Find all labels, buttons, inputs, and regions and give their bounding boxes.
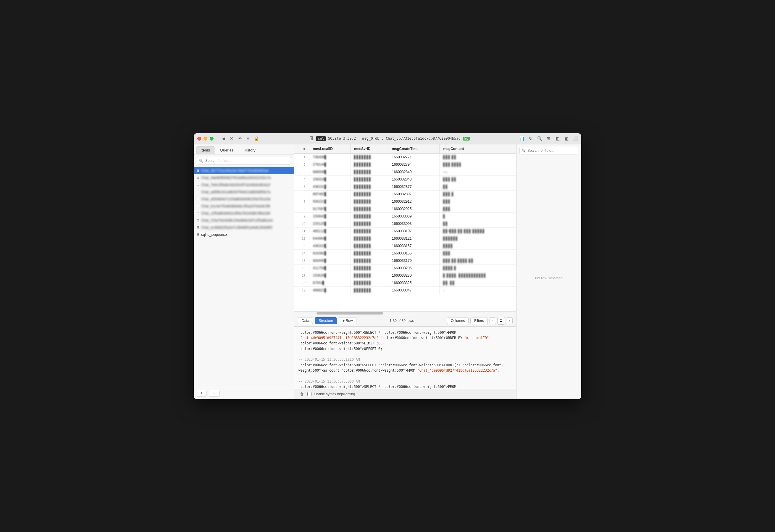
cell-mesSvrID: ▌▌▌▌▌▌▌ <box>350 249 389 257</box>
back-icon[interactable]: ◀ <box>221 136 226 141</box>
cell-num: 3 <box>294 168 309 175</box>
table-row[interactable]: 3 688008▌ ▌▌▌▌▌▌▌ 1660032840 —, <box>294 168 516 175</box>
table-row[interactable]: 6 897482▌ ▌▌▌▌▌▌▌ 1660032897 ▌▌▌ ▌ <box>294 190 516 198</box>
lock-icon[interactable]: 🔒 <box>254 136 259 141</box>
sql-editor[interactable]: "color:#0066cc;font-weight:500">SELECT *… <box>294 327 516 389</box>
add-row-button[interactable]: + Row <box>339 317 356 324</box>
cell-msgContent: : <box>440 287 516 294</box>
col-header-mesLocalID[interactable]: mesLocalID <box>309 144 350 153</box>
cell-num: 16 <box>294 264 309 272</box>
cell-mesSvrID: ▌▌▌▌▌▌▌ <box>350 153 389 161</box>
cell-num: 7 <box>294 198 309 205</box>
table-row[interactable]: 14 816382▌ ▌▌▌▌▌▌▌ 1660033166 ▌▌▌. <box>294 249 516 257</box>
structure-tab-button[interactable]: Structure <box>315 317 337 324</box>
tab-items[interactable]: Items <box>196 146 214 154</box>
tab-queries[interactable]: Queries <box>216 146 238 154</box>
cell-msgContent: ▌▌▌ ▌▌ <box>440 153 516 161</box>
eye-icon[interactable]: 👁 <box>237 136 242 141</box>
sidebar-item-5[interactable]: ⊞ Chat_b1c4e7f2a9d3b6e8c1f5a2d7b4e9c3f6 <box>194 203 294 210</box>
sidebar-item-label-9: sqlite_sequence <box>201 232 227 237</box>
sidebar-item-label-4: Chat_af2b9d4e7c1f3a8b5e6d9c2f4a7b1e3d <box>201 197 270 201</box>
add-item-button[interactable]: + <box>197 390 206 397</box>
fullscreen-icon[interactable]: ⬜ <box>572 136 578 141</box>
table-row[interactable]: 12 644964▌ ▌▌▌▌▌▌▌ 1660033121 ▌▌▌▌▌▌ <box>294 234 516 242</box>
cell-num: 5 <box>294 183 309 190</box>
table-scroll[interactable]: # mesLocalID mesSvrID msgCreateTime msgC… <box>294 144 516 311</box>
table-row[interactable]: 19 489821▌ ▌▌▌▌▌▌▌ 1660033347 : <box>294 287 516 294</box>
cell-mesSvrID: ▌▌▌▌▌▌▌ <box>350 287 389 294</box>
table-row[interactable]: 7 505221▌ ▌▌▌▌▌▌▌ 1660032912 ▌▌▌ <box>294 198 516 205</box>
right-search-icon: 🔍 <box>522 148 526 152</box>
next-page-button[interactable]: › <box>506 318 513 324</box>
table-row[interactable]: 10 220125▌ ▌▌▌▌▌▌▌ 1660033093 ▌▌ <box>294 220 516 227</box>
sidebar-item-label-8: Chat_ec4b8d1f5a2e7c3b9d6f1a4e8c2b5d9f3 <box>201 225 272 229</box>
cell-num: 19 <box>294 287 309 294</box>
cell-mesSvrID: ▌▌▌▌▌▌▌ <box>350 272 389 279</box>
list-icon[interactable]: ≡ <box>245 136 251 141</box>
filters-button[interactable]: Filters <box>470 317 488 324</box>
sidebar-item-9[interactable]: ⊞ sqlite_sequence <box>194 231 294 238</box>
sidebar-item-0[interactable]: ⊞ Chat_3b7731ec6fa1dc7db87762e904b5ad <box>194 167 294 174</box>
sidebar-item-3[interactable]: ⊞ Chat_ad5f8c2e1a9b3d7f4e6c2a8b5d9f3e7a <box>194 188 294 195</box>
sidebar-item-1[interactable]: ⊞ Chat_4de9095fd927f41bdf0a183322232c7a <box>194 174 294 181</box>
cell-msgContent: ▌▌▌▌▌▌ <box>440 234 516 242</box>
sidebar-item-8[interactable]: ⊞ Chat_ec4b8d1f5a2e7c3b9d6f1a4e8c2b5d9f3 <box>194 224 294 231</box>
tab-history[interactable]: History <box>239 146 260 154</box>
table-row[interactable]: 2 278144▌ ▌▌▌▌▌▌▌ 1660032794 ▌▌▌ ▌▌▌▌ <box>294 161 516 168</box>
col-header-msgCreateTime[interactable]: msgCreateTime <box>388 144 440 153</box>
main-window: ◀ ✕ 👁 ≡ 🔒 🗄 sql SQLite 3.39.2 : msg_0.db… <box>194 133 581 399</box>
split-icon[interactable]: ⊞ <box>546 136 551 141</box>
table-row[interactable]: 13 436323▌ ▌▌▌▌▌▌▌ 1660033157 ▌▌▌▌ <box>294 242 516 249</box>
sidebar-search-input[interactable] <box>197 157 291 164</box>
sql-line: "color:#0066cc;font-weight:500">OFFSET 0… <box>298 346 512 352</box>
sidebar-left-icon[interactable]: ◧ <box>555 136 560 141</box>
more-options-button[interactable]: ··· <box>209 390 219 397</box>
sidebar-tabs: Items Queries History <box>194 144 294 154</box>
data-tab-button[interactable]: Data <box>298 317 313 324</box>
sidebar-item-7[interactable]: ⊞ Chat_Cl3a7b2e5d8c1f4a9b6e3d7c2f5a8b1e4 <box>194 217 294 224</box>
trash-button[interactable]: 🗑 <box>298 391 305 397</box>
close-button[interactable] <box>197 137 201 140</box>
maximize-button[interactable] <box>210 137 213 140</box>
right-search-input[interactable] <box>520 147 578 154</box>
sidebar-item-6[interactable]: ⊞ Chat_c2f5a8b3e6d1c9f4a7b2e5d8c3f6a1b9 <box>194 210 294 217</box>
search-icon[interactable]: 🔍 <box>537 136 542 141</box>
table-row[interactable]: 15 900095▌ ▌▌▌▌▌▌▌ 1660033170 ▌▌▌ ▌▌ ▌▌▌… <box>294 257 516 264</box>
minimize-button[interactable] <box>203 137 207 140</box>
settings-button[interactable]: ⚙ <box>497 317 505 325</box>
prev-page-button[interactable]: ‹ <box>490 318 496 324</box>
table-row[interactable]: 1 736408▌ ▌▌▌▌▌▌▌ 1660032771 ▌▌▌ ▌▌ <box>294 153 516 161</box>
refresh-icon[interactable]: ↻ <box>528 136 533 141</box>
sidebar-right-icon[interactable]: ▣ <box>564 136 569 141</box>
cell-num: 13 <box>294 242 309 249</box>
horizontal-scrollbar[interactable] <box>294 311 516 315</box>
sql-line: -- 2023-01-15 11:36:36.1810 AM <box>298 357 512 362</box>
cancel-icon[interactable]: ✕ <box>229 136 234 141</box>
right-panel: 🔍 No row selected <box>516 144 581 399</box>
col-header-msgContent[interactable]: msgContent <box>440 144 516 153</box>
sidebar-item-4[interactable]: ⊞ Chat_af2b9d4e7c1f3a8b5e6d9c2f4a7b1e3d <box>194 195 294 203</box>
db-icon: 🗄 <box>308 136 314 141</box>
cell-num: 17 <box>294 272 309 279</box>
table-row[interactable]: 5 438151▌ ▌▌▌▌▌▌▌ 1660032877 ▌▌ <box>294 183 516 190</box>
table-row[interactable]: 9 150842▌ ▌▌▌▌▌▌▌ 1660033089 ▌ <box>294 212 516 220</box>
cell-mesSvrID: ▌▌▌▌▌▌▌ <box>350 175 389 183</box>
stats-icon[interactable]: 📊 <box>519 136 525 141</box>
titlebar-path: SQLite 3.39.2 : msg_0.db : Chat_3b7731ec… <box>328 136 461 140</box>
table-row[interactable]: 8 917097▌ ▌▌▌▌▌▌▌ 1660032925 ▌▌▌. <box>294 205 516 212</box>
col-header-mesSvrID[interactable]: mesSvrID <box>350 144 389 153</box>
cell-mesSvrID: ▌▌▌▌▌▌▌ <box>350 257 389 264</box>
table-row[interactable]: 11 485112▌ ▌▌▌▌▌▌▌ 1660033107 ▌▌•▌▌▌ ▌▌ … <box>294 227 516 234</box>
titlebar: ◀ ✕ 👁 ≡ 🔒 🗄 sql SQLite 3.39.2 : msg_0.db… <box>194 133 581 144</box>
columns-button[interactable]: Columns <box>447 317 469 324</box>
cell-msgCreateTime: 1660032848 <box>388 175 440 183</box>
sidebar-item-2[interactable]: ⊞ Chat_7b4c2f9a8e3d1b5c6f7a2e9d4c8b3a1f <box>194 181 294 188</box>
table-row[interactable]: 17 153626▌ ▌▌▌▌▌▌▌ 1660033230 ▌ ▌▌▌▌. ▌▌… <box>294 272 516 279</box>
scrollbar-thumb[interactable] <box>316 312 383 315</box>
sql-line: -- 2023-01-15 11:36:37.3060 AM <box>298 379 512 384</box>
syntax-checkbox[interactable] <box>307 392 311 396</box>
table-row[interactable]: 16 411758▌ ▌▌▌▌▌▌▌ 1660033206 ▌▌▌▌ ▌ <box>294 264 516 272</box>
table-row[interactable]: 18 87053▌ ▌▌▌▌▌▌▌ 1660033325 ▌▌. ▌▌ <box>294 279 516 287</box>
table-row[interactable]: 4 159316▌ ▌▌▌▌▌▌▌ 1660032848 ▌▌▌ ▌▌ <box>294 175 516 183</box>
cell-num: 1 <box>294 153 309 161</box>
